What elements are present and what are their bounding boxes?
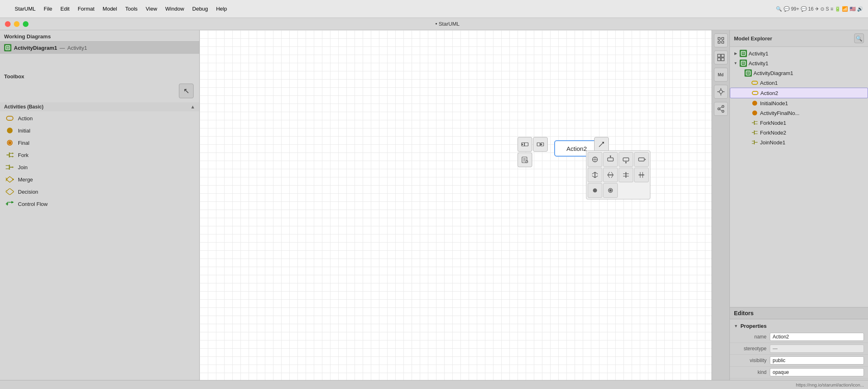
svg-line-63 [611, 172, 613, 175]
minimize-button[interactable] [14, 21, 20, 27]
cursor-button[interactable]: ↖ [179, 84, 194, 98]
cm-btn-8[interactable] [588, 183, 602, 198]
controlflow-label: Control Flow [18, 201, 48, 207]
menu-format[interactable]: Format [74, 4, 99, 13]
canvas-area[interactable]: Action2 [200, 30, 712, 380]
decision-icon [6, 188, 14, 196]
canvas-grid [200, 30, 712, 380]
cm-btn-7[interactable] [634, 168, 649, 182]
svg-line-57 [595, 172, 598, 174]
tree-item-joinnode1[interactable]: JoinNode1 [730, 137, 868, 147]
tree-item-action2[interactable]: Action2 [730, 88, 868, 98]
toolbox-item-join[interactable]: Join [4, 162, 195, 172]
fork-label: Fork [18, 152, 29, 158]
toolbox-item-fork[interactable]: Fork [4, 150, 195, 160]
collapse-icon[interactable]: ▲ [190, 104, 195, 110]
toolbox-label: Toolbox [4, 73, 24, 80]
toolbox-section-header[interactable]: Activities (Basic) ▲ [0, 102, 199, 111]
rt-btn-share[interactable] [714, 102, 728, 116]
ft-note-btn[interactable] [518, 153, 532, 167]
svg-marker-20 [6, 188, 14, 195]
decision-label: Decision [18, 189, 38, 195]
toolbox-item-final[interactable]: Final [4, 137, 195, 148]
toolbox-item-action[interactable]: Action [4, 113, 195, 124]
cm-btn-0[interactable] [588, 152, 602, 167]
tree-icon-forknode1 [751, 119, 758, 126]
tree-label-forknode2: ForkNode2 [760, 130, 786, 136]
rt-btn-grid[interactable] [714, 51, 728, 64]
svg-rect-49 [623, 158, 629, 161]
svg-rect-76 [718, 58, 720, 61]
fork-icon [6, 151, 14, 159]
properties-section-header[interactable]: ▼ Properties [730, 321, 868, 331]
diagram-item[interactable]: ActivityDiagram1 — Activity1 [0, 42, 199, 54]
close-button[interactable] [5, 21, 11, 27]
tree-item-action1[interactable]: Action1 [730, 78, 868, 88]
cursor-tool-area: ↖ [0, 81, 199, 101]
menu-debug[interactable]: Debug [188, 4, 212, 13]
window-title: • StarUML [32, 21, 863, 27]
svg-marker-19 [13, 179, 14, 180]
menu-tools[interactable]: Tools [121, 4, 141, 13]
final-label: Final [18, 140, 29, 146]
cm-btn-9[interactable] [603, 183, 618, 198]
ft-diagonal-btn[interactable] [594, 137, 609, 152]
initial-icon [6, 126, 14, 135]
svg-rect-31 [537, 143, 540, 146]
svg-line-64 [611, 175, 613, 178]
svg-rect-74 [718, 54, 720, 57]
tree-item-activity1-root[interactable]: ▶ Activity1 [730, 49, 868, 58]
toolbox-item-decision[interactable]: Decision [4, 186, 195, 197]
toolbox-items: Action Initial Final [0, 111, 199, 211]
toolbox-item-merge[interactable]: Merge [4, 174, 195, 185]
cm-btn-4[interactable] [588, 168, 602, 182]
toolbox-item-initial[interactable]: Initial [4, 125, 195, 136]
menu-edit[interactable]: Edit [56, 4, 73, 13]
tree-arrow-activitydiagram1 [738, 71, 743, 75]
menu-view[interactable]: View [142, 4, 161, 13]
svg-line-86 [720, 107, 722, 108]
tree-item-forknode1[interactable]: ForkNode1 [730, 118, 868, 128]
prop-value-visibility[interactable] [770, 356, 864, 365]
tree-item-activitydiagram1[interactable]: ActivityDiagram1 [730, 68, 868, 78]
tree-item-forknode2[interactable]: ForkNode2 [730, 128, 868, 137]
tree-item-initialnode1[interactable]: InitialNode1 [730, 98, 868, 108]
tree-item-activity1-expanded[interactable]: ▼ Activity1 [730, 58, 868, 68]
tree-label-activity1-root: Activity1 [749, 51, 768, 57]
svg-marker-9 [12, 156, 14, 157]
diagram-separator: — [59, 45, 65, 51]
right-toolbar: Md [712, 30, 729, 380]
tree-item-activityfinalnode[interactable]: ActivityFinalNo... [730, 108, 868, 118]
statusbar-url: https://nng.io/staruml/action/icon... [796, 382, 864, 387]
tree-arrow-activityfinalnode [745, 111, 749, 115]
ft-left-arrow-btn[interactable] [518, 137, 532, 152]
cm-btn-2[interactable] [619, 152, 633, 167]
tree-label-action1: Action1 [760, 80, 778, 86]
left-panel: Working Diagrams ActivityDiagram1 — Acti… [0, 30, 200, 380]
ft-right-arrow-btn[interactable] [533, 137, 548, 152]
cm-btn-6[interactable] [619, 168, 633, 182]
rt-btn-puzzle[interactable] [714, 33, 728, 47]
prop-value-name[interactable] [770, 333, 864, 341]
menu-window[interactable]: Window [161, 4, 188, 13]
action-label: Action [18, 115, 33, 122]
prop-value-stereotype: — [770, 345, 864, 353]
cm-btn-3[interactable] [634, 152, 649, 167]
maximize-button[interactable] [23, 21, 29, 27]
prop-value-kind[interactable] [770, 368, 864, 376]
tree-arrow-action1 [745, 80, 749, 85]
app-menu[interactable]: StarUML [11, 4, 40, 13]
tree-icon-activity1-root [740, 50, 747, 57]
menu-file[interactable]: File [40, 4, 56, 13]
menu-help[interactable]: Help [212, 4, 231, 13]
toolbox-item-controlflow[interactable]: Control Flow [4, 199, 195, 209]
model-search-button[interactable]: 🔍 [854, 33, 864, 43]
menu-model[interactable]: Model [99, 4, 121, 13]
rt-btn-crosshair[interactable] [714, 85, 728, 99]
svg-marker-34 [541, 144, 542, 145]
svg-marker-48 [610, 156, 611, 157]
cm-btn-1[interactable] [603, 152, 618, 167]
rt-btn-md[interactable]: Md [714, 68, 728, 82]
cm-btn-5[interactable] [603, 168, 618, 182]
svg-rect-77 [721, 58, 724, 61]
